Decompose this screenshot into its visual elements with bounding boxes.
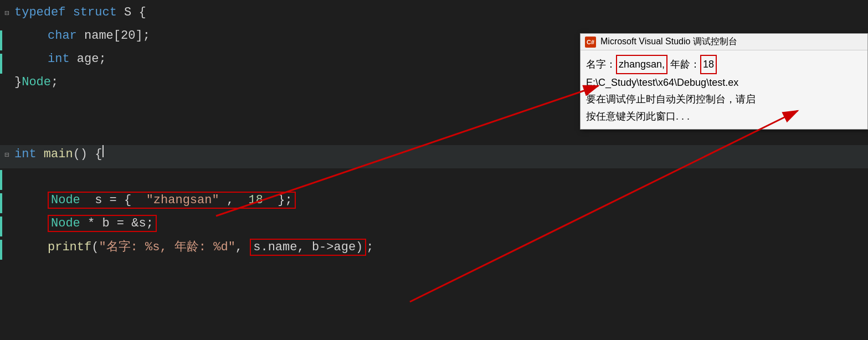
console-line-1: 名字： zhangsan, 年龄： 18 — [586, 55, 862, 74]
keyword-char: char — [48, 29, 77, 43]
console-line-4: 按任意键关闭此窗口. . . — [586, 108, 862, 125]
console-line-2: E:\C_Study\test\x64\Debug\test.ex — [586, 74, 862, 91]
console-titlebar: C# Microsoft Visual Studio 调试控制台 — [581, 34, 867, 50]
red-box-node-b: Node * b = &s; — [48, 215, 157, 232]
red-box-printf-args: s.name, b->age) — [250, 239, 366, 256]
name-prefix: 名字： — [586, 56, 616, 73]
code-line-blank3 — [0, 168, 868, 192]
type-node-1: Node — [22, 75, 51, 89]
code-line-node-s: Node s = { "zhangsan" , 18 }; — [0, 192, 868, 215]
left-bar-printf — [0, 240, 2, 260]
vs-icon: C# — [585, 37, 596, 48]
left-bar-node-b — [0, 217, 2, 236]
fold-icon-typedef[interactable]: ⊟ — [4, 8, 12, 18]
code-line-node-b: Node * b = &s; — [0, 215, 868, 238]
cursor — [102, 145, 104, 157]
func-main: main — [44, 147, 73, 161]
red-box-node-s: Node s = { "zhangsan" , 18 }; — [48, 192, 296, 209]
code-line-printf: printf ( "名字: %s, 年龄: %d" , s.name, b->a… — [0, 238, 868, 261]
console-window: C# Microsoft Visual Studio 调试控制台 名字： zha… — [580, 33, 868, 130]
code-line-main: ⊟ int main () { — [0, 145, 868, 168]
console-zhangsan: zhangsan, — [616, 55, 667, 74]
left-bar-node-s — [0, 193, 2, 213]
console-body: 名字： zhangsan, 年龄： 18 E:\C_Study\test\x64… — [581, 50, 867, 129]
console-age: 18 — [700, 55, 717, 74]
keyword-typedef: typedef — [14, 6, 65, 19]
code-line-typedef: ⊟ typedef struct S { — [0, 6, 868, 29]
age-prefix: 年龄： — [667, 56, 700, 73]
keyword-int-main: int — [14, 147, 37, 161]
console-title: Microsoft Visual Studio 调试控制台 — [600, 36, 737, 48]
console-line-3: 要在调试停止时自动关闭控制台，请启 — [586, 91, 862, 108]
keyword-int-age: int — [48, 52, 70, 66]
fold-icon-main[interactable]: ⊟ — [4, 150, 12, 159]
keyword-struct: struct — [73, 6, 117, 19]
left-bar-main-1 — [0, 170, 2, 190]
left-bar-char — [0, 30, 2, 50]
left-bar-int — [0, 54, 2, 74]
